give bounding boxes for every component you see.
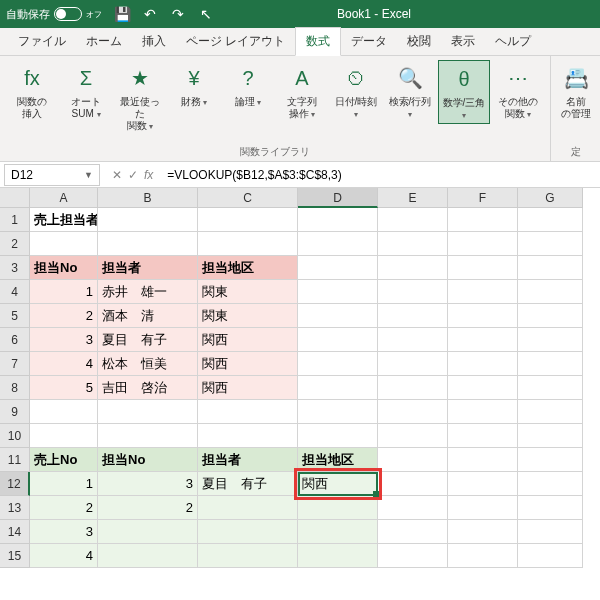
cell-E1[interactable] [378,208,448,232]
cell-F10[interactable] [448,424,518,448]
cell-C11[interactable]: 担当者 [198,448,298,472]
cell-E2[interactable] [378,232,448,256]
cell-B12[interactable]: 3 [98,472,198,496]
cell-E11[interactable] [378,448,448,472]
cell-B1[interactable] [98,208,198,232]
cell-G11[interactable] [518,448,583,472]
cell-F11[interactable] [448,448,518,472]
cell-F14[interactable] [448,520,518,544]
cell-C3[interactable]: 担当地区 [198,256,298,280]
cell-A12[interactable]: 1 [30,472,98,496]
name-box[interactable]: D12 ▼ [4,164,100,186]
enter-icon[interactable]: ✓ [128,168,138,182]
cell-B5[interactable]: 酒本 清 [98,304,198,328]
cell-E13[interactable] [378,496,448,520]
fx-icon[interactable]: fx [144,168,153,182]
cell-E7[interactable] [378,352,448,376]
cell-F2[interactable] [448,232,518,256]
cell-B10[interactable] [98,424,198,448]
cell-A6[interactable]: 3 [30,328,98,352]
tab-校閲[interactable]: 校閲 [397,28,441,55]
redo-icon[interactable]: ↷ [170,6,186,22]
row-header-9[interactable]: 9 [0,400,30,424]
cell-D12[interactable]: 関西 [298,472,378,496]
cell-A4[interactable]: 1 [30,280,98,304]
row-header-14[interactable]: 14 [0,520,30,544]
row-header-4[interactable]: 4 [0,280,30,304]
cell-C12[interactable]: 夏目 有子 [198,472,298,496]
cell-D2[interactable] [298,232,378,256]
cell-D11[interactable]: 担当地区 [298,448,378,472]
row-header-10[interactable]: 10 [0,424,30,448]
cell-D5[interactable] [298,304,378,328]
select-all-corner[interactable] [0,188,30,208]
cell-E3[interactable] [378,256,448,280]
cell-F7[interactable] [448,352,518,376]
cell-C5[interactable]: 関東 [198,304,298,328]
tab-ヘルプ[interactable]: ヘルプ [485,28,541,55]
row-header-15[interactable]: 15 [0,544,30,568]
cell-A8[interactable]: 5 [30,376,98,400]
ribbon-オートSUM[interactable]: ΣオートSUM ▾ [60,60,112,122]
row-header-2[interactable]: 2 [0,232,30,256]
ribbon-関数の挿入[interactable]: fx関数の挿入 [6,60,58,122]
cell-E10[interactable] [378,424,448,448]
cell-F6[interactable] [448,328,518,352]
cursor-icon[interactable]: ↖ [198,6,214,22]
cancel-icon[interactable]: ✕ [112,168,122,182]
cell-G9[interactable] [518,400,583,424]
ribbon-財務[interactable]: ¥財務 ▾ [168,60,220,110]
cell-G13[interactable] [518,496,583,520]
cell-A9[interactable] [30,400,98,424]
cell-F12[interactable] [448,472,518,496]
cell-E14[interactable] [378,520,448,544]
ribbon-論理[interactable]: ?論理 ▾ [222,60,274,110]
cell-G2[interactable] [518,232,583,256]
cell-B8[interactable]: 吉田 啓治 [98,376,198,400]
cell-E6[interactable] [378,328,448,352]
col-header-A[interactable]: A [30,188,98,208]
cell-D6[interactable] [298,328,378,352]
cell-A2[interactable] [30,232,98,256]
col-header-F[interactable]: F [448,188,518,208]
ribbon-最近使った関数[interactable]: ★最近使った関数 ▾ [114,60,166,134]
formula-input[interactable]: =VLOOKUP($B12,$A$3:$C$8,3) [161,168,600,182]
cell-B15[interactable] [98,544,198,568]
cell-A3[interactable]: 担当No [30,256,98,280]
cell-E15[interactable] [378,544,448,568]
col-header-D[interactable]: D [298,188,378,208]
cell-B7[interactable]: 松本 恒美 [98,352,198,376]
cell-F5[interactable] [448,304,518,328]
tab-挿入[interactable]: 挿入 [132,28,176,55]
cell-E4[interactable] [378,280,448,304]
row-header-5[interactable]: 5 [0,304,30,328]
tab-データ[interactable]: データ [341,28,397,55]
row-header-6[interactable]: 6 [0,328,30,352]
cell-G10[interactable] [518,424,583,448]
cell-C9[interactable] [198,400,298,424]
cell-G4[interactable] [518,280,583,304]
cell-G5[interactable] [518,304,583,328]
cell-C10[interactable] [198,424,298,448]
cell-D8[interactable] [298,376,378,400]
cell-E5[interactable] [378,304,448,328]
cell-F9[interactable] [448,400,518,424]
tab-表示[interactable]: 表示 [441,28,485,55]
cell-D1[interactable] [298,208,378,232]
cell-G6[interactable] [518,328,583,352]
autosave-toggle[interactable]: 自動保存 オフ [6,7,102,22]
cell-A15[interactable]: 4 [30,544,98,568]
cell-C14[interactable] [198,520,298,544]
cell-B3[interactable]: 担当者 [98,256,198,280]
cell-B4[interactable]: 赤井 雄一 [98,280,198,304]
row-header-7[interactable]: 7 [0,352,30,376]
cell-F13[interactable] [448,496,518,520]
undo-icon[interactable]: ↶ [142,6,158,22]
cell-A5[interactable]: 2 [30,304,98,328]
tab-ホーム[interactable]: ホーム [76,28,132,55]
cell-F8[interactable] [448,376,518,400]
cell-A7[interactable]: 4 [30,352,98,376]
cell-C13[interactable] [198,496,298,520]
cell-A13[interactable]: 2 [30,496,98,520]
ribbon-その他の関数[interactable]: ⋯その他の関数 ▾ [492,60,544,122]
